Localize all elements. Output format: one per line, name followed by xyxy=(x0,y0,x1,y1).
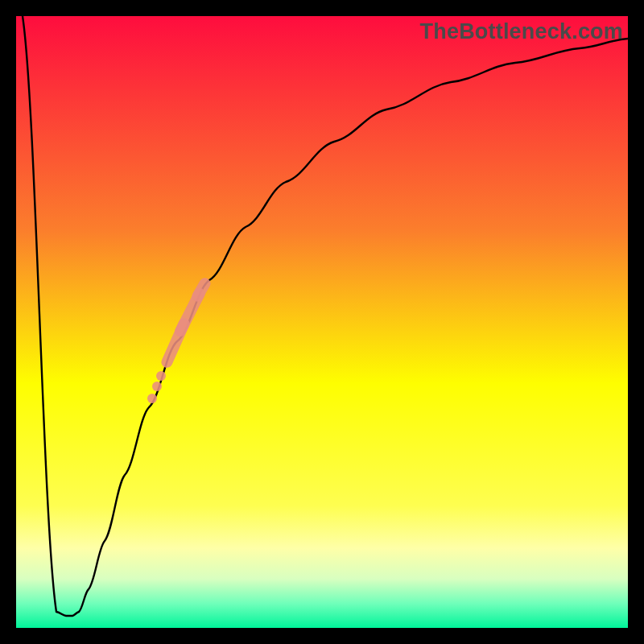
bottleneck-curve xyxy=(23,16,628,616)
curve-layer xyxy=(16,16,628,628)
highlight-markers xyxy=(147,276,213,403)
highlight-dot xyxy=(152,382,162,391)
highlight-capsule xyxy=(190,276,213,304)
watermark-text: TheBottleneck.com xyxy=(420,19,623,44)
highlight-dot xyxy=(156,371,166,381)
chart-frame: TheBottleneck.com xyxy=(0,0,644,644)
plot-area xyxy=(16,16,628,628)
highlight-dot xyxy=(147,394,157,403)
